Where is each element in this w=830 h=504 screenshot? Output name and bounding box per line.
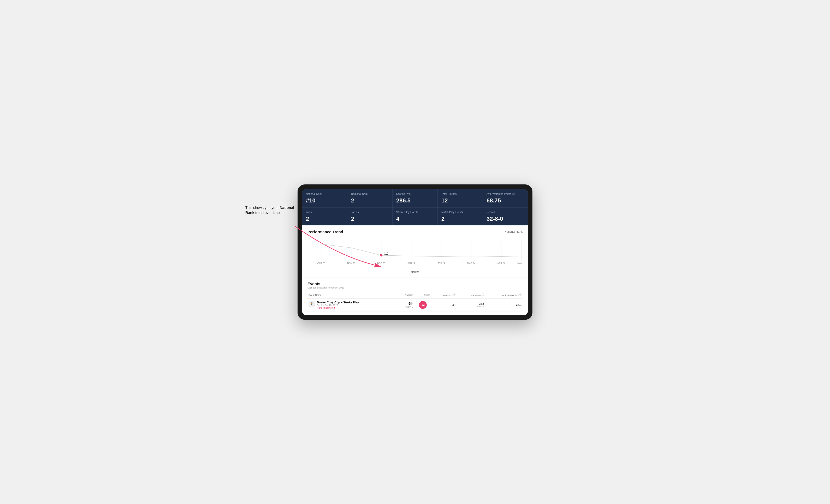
col-event-name: Event Name bbox=[308, 292, 396, 299]
event-date: Oct 9 - Oct 10, 2023 bbox=[317, 304, 359, 306]
tablet-screen: National Rank #10 Regional Rank 2 Scorin… bbox=[302, 189, 528, 315]
events-section: Events Last updated: 24th November 2023 … bbox=[302, 278, 528, 315]
svg-text:DEC 23: DEC 23 bbox=[377, 262, 385, 265]
stats-row-1: National Rank #10 Regional Rank 2 Scorin… bbox=[302, 189, 528, 207]
performance-title: Performance Trend bbox=[308, 230, 343, 234]
performance-trend-section: Performance Trend National Rank bbox=[302, 225, 528, 278]
chart-x-axis-label: Months bbox=[308, 271, 522, 273]
svg-text:APR 24: APR 24 bbox=[498, 262, 505, 265]
svg-point-9 bbox=[380, 254, 383, 257]
performance-chart: #10 OCT 23 NOV 23 DEC 23 JAN 24 FEB 24 M… bbox=[308, 237, 522, 268]
col-position: Position bbox=[396, 292, 414, 299]
event-weighted-points: 28.3 bbox=[485, 298, 522, 311]
stat-stroke-play-events: Stroke Play Events 4 bbox=[392, 207, 438, 225]
stat-total-rounds: Total Rounds 12 bbox=[438, 189, 483, 207]
stat-scoring-avg: Scoring Avg. 286.5 bbox=[392, 189, 438, 207]
svg-text:FEB 24: FEB 24 bbox=[438, 262, 445, 265]
tablet-device: National Rank #10 Regional Rank 2 Scorin… bbox=[297, 184, 533, 320]
event-sg: 0.45 bbox=[431, 298, 456, 311]
col-event-sg: Event SG ⓘ bbox=[431, 292, 456, 299]
event-name-cell: 🏌 Buster Cozy Cup – Stroke Play Oct 9 - … bbox=[308, 298, 396, 311]
annotation: This shows you your National Rank trend … bbox=[245, 205, 295, 215]
svg-text:#10: #10 bbox=[384, 252, 388, 255]
stat-avg-weighted-points: Avg. Weighted Points ⓘ 68.75 bbox=[483, 189, 528, 207]
events-last-updated: Last updated: 24th November 2023 bbox=[308, 287, 522, 289]
svg-text:MAY 24: MAY 24 bbox=[517, 262, 522, 265]
performance-header: Performance Trend National Rank bbox=[308, 230, 522, 234]
stat-wins: Wins 2 bbox=[302, 207, 347, 225]
performance-rank-label: National Rank bbox=[505, 230, 522, 233]
stat-top3s: Top 3s 2 bbox=[347, 207, 392, 225]
events-title: Events bbox=[308, 281, 522, 286]
stat-regional-rank: Regional Rank 2 bbox=[347, 189, 392, 207]
event-position: 6th out of 7 bbox=[396, 298, 414, 311]
event-icon: 🏌 bbox=[309, 301, 315, 307]
svg-text:JAN 24: JAN 24 bbox=[408, 262, 415, 265]
col-total-points: Total Points ⓘ bbox=[456, 292, 485, 299]
stats-row-2: Wins 2 Top 3s 2 Stroke Play Events 4 Mat… bbox=[302, 207, 528, 225]
svg-text:OCT 23: OCT 23 bbox=[317, 262, 325, 265]
stat-record: Record 32-8-0 bbox=[483, 207, 528, 225]
col-weighted-points: Weighted Points ⓘ bbox=[485, 292, 522, 299]
table-row: 🏌 Buster Cozy Cup – Stroke Play Oct 9 - … bbox=[308, 298, 522, 311]
events-table: Event Name Position Score Event SG ⓘ Tot… bbox=[308, 292, 522, 311]
event-score: -22 bbox=[414, 298, 431, 311]
svg-text:MAR 24: MAR 24 bbox=[467, 262, 475, 265]
chart-svg: #10 OCT 23 NOV 23 DEC 23 JAN 24 FEB 24 M… bbox=[308, 237, 522, 268]
stat-match-play-events: Match Play Events 2 bbox=[438, 207, 483, 225]
event-total-points: 28.3 3 Rounds bbox=[456, 298, 485, 311]
event-name: Buster Cozy Cup – Stroke Play bbox=[317, 301, 359, 304]
events-table-header: Event Name Position Score Event SG ⓘ Tot… bbox=[308, 292, 522, 299]
score-badge: -22 bbox=[419, 301, 427, 309]
svg-text:NOV 23: NOV 23 bbox=[347, 262, 355, 265]
stat-national-rank: National Rank #10 bbox=[302, 189, 347, 207]
col-score: Score bbox=[414, 292, 431, 299]
event-rank-impact: Rank Impact: 3 ▼ bbox=[317, 306, 359, 309]
